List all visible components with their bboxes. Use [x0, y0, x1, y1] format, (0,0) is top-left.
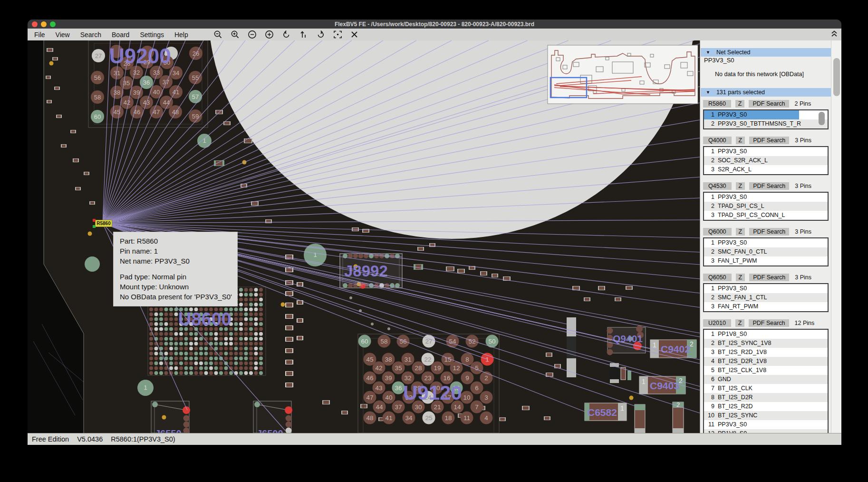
- pin-row[interactable]: 1PP3V3_S0: [704, 193, 828, 202]
- center-selection-icon[interactable]: [333, 30, 342, 39]
- zoom-plus-icon[interactable]: [265, 30, 274, 39]
- part-ref-button[interactable]: Q4000: [703, 137, 732, 144]
- board-minimap[interactable]: [548, 45, 698, 104]
- part-ref-button[interactable]: Q6050: [703, 274, 732, 281]
- zoom-to-part-button[interactable]: Z: [735, 319, 745, 327]
- part-ref-button[interactable]: Q4530: [703, 182, 732, 190]
- bga-micro-pad: [239, 313, 243, 316]
- via[interactable]: [281, 303, 285, 307]
- pin-row[interactable]: 2SMC_FAN_1_CTL: [704, 293, 828, 302]
- zoom-to-part-button[interactable]: Z: [736, 274, 745, 281]
- pin-row[interactable]: 2PP3V3_S0_TBTTHMSNS_T_R: [704, 119, 828, 128]
- transistor-pad[interactable]: [607, 328, 613, 334]
- pin-row[interactable]: 1PP3V3_S0: [704, 110, 828, 119]
- pin-row[interactable]: 4BT_I2S_D2R_1V8: [704, 357, 828, 366]
- pin-row[interactable]: 1PP3V3_S0: [704, 284, 828, 293]
- pin-row[interactable]: 2TPAD_SPI_CS_L: [704, 202, 828, 211]
- pin-listbox[interactable]: 1PP3V3_S02TPAD_SPI_CS_L3TPAD_SPI_CS_CONN…: [703, 192, 829, 221]
- connector-pad[interactable]: [183, 422, 190, 428]
- rotate-cw-icon[interactable]: [316, 30, 325, 39]
- pin-row[interactable]: 5BT_I2S_CLK_1V8: [704, 366, 828, 375]
- board-canvas[interactable]: 2726282930313233345655353637383940415857…: [28, 40, 700, 433]
- net-selected-header[interactable]: ▼ Net Selected: [701, 48, 831, 57]
- part-ref-button[interactable]: Q6000: [703, 228, 732, 236]
- pdf-search-button[interactable]: PDF Search: [749, 137, 789, 144]
- connector-pad[interactable]: [358, 254, 363, 258]
- menu-file[interactable]: File: [28, 31, 50, 39]
- connector-pad[interactable]: [286, 422, 292, 428]
- menu-board[interactable]: Board: [106, 31, 135, 39]
- via[interactable]: [88, 232, 92, 236]
- sidebar-scrollbar-thumb[interactable]: [833, 58, 840, 96]
- pin-row[interactable]: 3FAN_RT_PWM: [704, 302, 828, 311]
- test-pad[interactable]: [85, 256, 100, 272]
- pin-row[interactable]: 1PP1V8_S0: [704, 330, 828, 339]
- zoom-in-magnifier-icon[interactable]: [231, 30, 240, 39]
- parts-selected-header[interactable]: ▼ 131 parts selected: [701, 88, 831, 97]
- zoom-minus-icon[interactable]: [248, 30, 257, 39]
- pin-row[interactable]: 1PP3V3_S0: [704, 147, 828, 156]
- pin-row[interactable]: 2SMC_FAN_0_CTL: [704, 247, 828, 256]
- menu-view[interactable]: View: [50, 31, 75, 39]
- via[interactable]: [162, 415, 166, 420]
- passive-body: [74, 159, 78, 162]
- via[interactable]: [629, 396, 634, 400]
- pin-row[interactable]: 3BT_I2S_R2D_1V8: [704, 348, 828, 357]
- pdf-search-button[interactable]: PDF Search: [749, 319, 789, 327]
- connector-pad[interactable]: [343, 283, 347, 288]
- pdf-search-button[interactable]: PDF Search: [749, 100, 789, 108]
- pin-row[interactable]: 6GND: [704, 375, 828, 384]
- connector-pad[interactable]: [369, 283, 374, 288]
- zoom-out-magnifier-icon[interactable]: [213, 30, 222, 39]
- pin-row[interactable]: 3TPAD_SPI_CS_CONN_L: [704, 211, 828, 220]
- via[interactable]: [49, 61, 54, 66]
- connector-pad-selected[interactable]: [285, 406, 292, 414]
- part-ref-button[interactable]: R5860: [703, 100, 731, 108]
- pin-row[interactable]: 2SOC_S2R_ACK_L: [704, 156, 828, 165]
- zoom-to-part-button[interactable]: Z: [736, 137, 745, 144]
- pin-row[interactable]: 3FAN_LT_PWM: [704, 256, 828, 266]
- collapse-panel-icon[interactable]: [830, 29, 838, 39]
- rotate-ccw-icon[interactable]: [282, 30, 291, 39]
- sidebar-scrollbar[interactable]: [831, 40, 841, 433]
- connector-pad[interactable]: [183, 415, 190, 422]
- pdf-search-button[interactable]: PDF Search: [749, 274, 789, 281]
- close-tool-icon[interactable]: [350, 30, 358, 39]
- menu-settings[interactable]: Settings: [135, 31, 169, 39]
- bga-micro-pad: [169, 352, 173, 355]
- pin-list-scrollbar-thumb[interactable]: [819, 112, 825, 125]
- connector-pad[interactable]: [385, 254, 389, 258]
- pin-listbox[interactable]: 1PP3V3_S02SMC_FAN_1_CTL3FAN_RT_PWM: [703, 283, 829, 312]
- pin-row[interactable]: 12PP1V8_S0: [704, 429, 828, 433]
- menu-help[interactable]: Help: [169, 31, 193, 39]
- pin-row[interactable]: 10BT_I2S_SYNC: [704, 411, 828, 420]
- pin-row[interactable]: 7BT_I2S_CLK: [704, 384, 828, 393]
- transistor-pad[interactable]: [636, 325, 643, 332]
- bga-micro-pad: [174, 327, 178, 331]
- zoom-to-part-button[interactable]: Z: [736, 228, 745, 236]
- pin-row[interactable]: 3S2R_ACK_L: [704, 165, 828, 174]
- zoom-to-part-button[interactable]: Z: [735, 100, 745, 108]
- pin-row[interactable]: 11PP3V3_S0: [704, 420, 828, 429]
- bga-micro-pad: [244, 298, 248, 302]
- zoom-to-part-button[interactable]: Z: [736, 182, 745, 190]
- pdf-search-button[interactable]: PDF Search: [749, 228, 789, 236]
- part-ref-button[interactable]: U2010: [703, 319, 731, 327]
- passive-component[interactable]: [627, 371, 631, 380]
- bga-pad-number: 14: [453, 403, 461, 411]
- connector-pad[interactable]: [348, 283, 353, 288]
- pin-listbox[interactable]: 1PP3V3_S02SMC_FAN_0_CTL3FAN_LT_PWM: [703, 237, 829, 266]
- pin-row[interactable]: 8BT_I2S_D2R: [704, 393, 828, 402]
- pin-listbox[interactable]: 1PP1V8_S02BT_I2S_SYNC_1V83BT_I2S_R2D_1V8…: [703, 329, 829, 433]
- flip-vertical-icon[interactable]: [299, 30, 308, 39]
- transistor-pad[interactable]: [607, 349, 613, 355]
- pin-listbox[interactable]: 1PP3V3_S02PP3V3_S0_TBTTHMSNS_T_R: [703, 109, 829, 129]
- connector-pad[interactable]: [286, 415, 292, 422]
- pin-listbox[interactable]: 1PP3V3_S02SOC_S2R_ACK_L3S2R_ACK_L: [703, 146, 829, 175]
- pin-row[interactable]: 9BT_I2S_R2D: [704, 402, 828, 411]
- pin-row[interactable]: 2BT_I2S_SYNC_1V8: [704, 339, 828, 348]
- connector-pad[interactable]: [353, 254, 358, 258]
- pdf-search-button[interactable]: PDF Search: [749, 182, 789, 190]
- pin-row[interactable]: 1PP3V3_S0: [704, 238, 828, 247]
- menu-search[interactable]: Search: [75, 31, 106, 39]
